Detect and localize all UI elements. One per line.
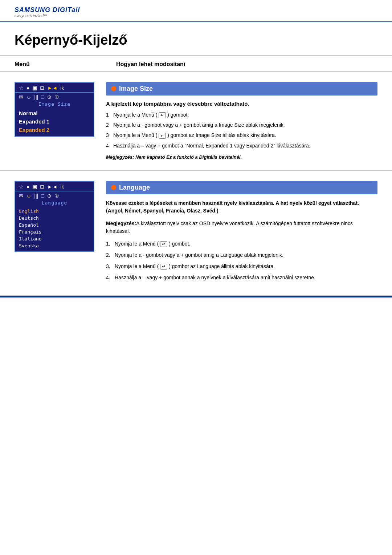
osd-icon-contrast: ● — [26, 85, 29, 91]
image-size-bold-title: A kijelzett kép tompábbra vagy élesebbre… — [106, 101, 377, 107]
step-num: 2. — [106, 251, 110, 259]
logo-text: SAMSUNG DIGITall — [15, 7, 377, 14]
osd-language-label: Language — [15, 199, 94, 208]
osd-lang-francais: Français — [15, 228, 94, 235]
footer-bar — [0, 296, 392, 297]
osd-icon-info: ik — [60, 184, 64, 190]
samsung-logo: SAMSUNG DIGITall everyone's invited™ — [15, 7, 377, 18]
language-header-bar: Language — [106, 181, 377, 194]
language-osd-box: ☆ ● ▣ ⊟ ►◄ ik ✉ ☺ ||| □ ⊙ ① Language Eng… — [15, 181, 94, 252]
image-size-note: Megjegyzés: Nem kapható Ez a funkció a D… — [106, 154, 377, 160]
step-num: 3. — [106, 263, 110, 270]
osd-icon-position: ⊟ — [40, 85, 44, 91]
step-item: 1 Nyomja le a Menű ( ↵ ) gombot. — [106, 111, 377, 118]
lang-step-item: 2. Nyomja le a - gombot vagy a + gombot … — [106, 251, 377, 259]
step-num: 1 — [106, 111, 109, 118]
osd-icon-image: ▣ — [32, 85, 37, 91]
osd-icon-contrast: ● — [26, 184, 29, 190]
osd-lang-deutsch: Deutsch — [15, 215, 94, 222]
osd-icon-square: □ — [41, 94, 44, 100]
osd-icon-brightness: ☆ — [19, 184, 24, 190]
osd-icon-square: □ — [41, 193, 44, 199]
col-how-label: Hogyan lehet modositani — [116, 61, 185, 68]
step-num: 2 — [106, 121, 109, 129]
osd-icon-color: ☺ — [26, 193, 31, 199]
image-size-osd-box: ☆ ● ▣ ⊟ ►◄ ik ✉ ☺ ||| □ ⊙ ① Image Size N… — [15, 82, 94, 137]
column-headers: Menű Hogyan lehet modositani — [0, 56, 392, 72]
lang-step-item: 4. Használja a – vagy + gombot annak a n… — [106, 274, 377, 281]
osd-icon-brightness: ☆ — [19, 85, 24, 91]
logo-tagline: everyone's invited™ — [15, 14, 377, 18]
osd-icon-bars: ||| — [34, 193, 38, 199]
lang-step-item: 1. Nyomja le a Menű ( ↵ ) gombot. — [106, 240, 377, 248]
osd-item-normal: Normal — [15, 109, 94, 117]
page-header: SAMSUNG DIGITall everyone's invited™ — [0, 0, 392, 22]
osd-lang-english: English — [15, 208, 94, 215]
bullet-icon — [111, 185, 116, 190]
step-num: 4. — [106, 274, 110, 281]
osd-icon-size: ►◄ — [47, 85, 57, 91]
page-title: Képernyő-Kijelző — [15, 32, 377, 48]
osd-icon-position: ⊟ — [40, 184, 44, 190]
osd-icon-num: ① — [54, 193, 59, 199]
osd-icon-info: ik — [60, 85, 64, 91]
osd-icon-circle: ⊙ — [47, 94, 52, 100]
osd-icon-color: ☺ — [26, 94, 31, 100]
osd-icons-row1: ☆ ● ▣ ⊟ ►◄ ik — [15, 83, 94, 93]
image-size-right-content: Image Size A kijelzett kép tompábbra vag… — [106, 82, 377, 160]
osd-lang-icons-row1: ☆ ● ▣ ⊟ ►◄ ik — [15, 182, 94, 191]
osd-icon-circle: ⊙ — [47, 193, 52, 199]
osd-lang-italiano: Italiano — [15, 235, 94, 242]
step-item: 3 Nyomja le a Menű ( ↵ ) gombot az Image… — [106, 131, 377, 139]
step-num: 3 — [106, 131, 109, 139]
image-size-steps: 1 Nyomja le a Menű ( ↵ ) gombot. 2 Nyomj… — [106, 111, 377, 149]
enter-symbol: ↵ — [160, 241, 167, 247]
language-section: ☆ ● ▣ ⊟ ►◄ ik ✉ ☺ ||| □ ⊙ ① Language Eng… — [0, 171, 392, 296]
language-note-para: Megjegyzés:A kiválasztott nyelv csak az … — [106, 220, 377, 235]
language-right-content: Language Kövesse ezeket a lépéseket a me… — [106, 181, 377, 285]
col-menu-label: Menű — [15, 61, 116, 68]
language-bold-para: Kövesse ezeket a lépéseket a menüben has… — [106, 199, 377, 215]
step-num: 1. — [106, 240, 110, 248]
osd-icon-image: ▣ — [32, 184, 37, 190]
osd-icon-size: ►◄ — [47, 184, 57, 190]
language-header-label: Language — [119, 184, 150, 191]
step-item: 4 Használja a – vagy + gombot a "Normal,… — [106, 142, 377, 149]
image-size-header-bar: Image Size — [106, 82, 377, 96]
enter-symbol: ↵ — [159, 112, 166, 118]
step-item: 2 Nyomja le a - gombot vagy a + gombot a… — [106, 121, 377, 129]
bullet-icon — [111, 86, 116, 91]
osd-lang-espanol: Español — [15, 222, 94, 228]
step-num: 4 — [106, 142, 109, 149]
osd-icons-row2: ✉ ☺ ||| □ ⊙ ① — [15, 93, 94, 101]
osd-item-expanded1: Expanded 1 — [15, 117, 94, 126]
osd-icon-mail: ✉ — [19, 193, 23, 199]
image-size-section: ☆ ● ▣ ⊟ ►◄ ik ✉ ☺ ||| □ ⊙ ① Image Size N… — [0, 72, 392, 171]
osd-icon-bars: ||| — [34, 94, 38, 100]
osd-icon-num: ① — [54, 94, 59, 100]
lang-step-item: 3. Nyomja le a Menű ( ↵ ) gombot az Lang… — [106, 263, 377, 270]
enter-symbol: ↵ — [160, 264, 167, 270]
language-steps: 1. Nyomja le a Menű ( ↵ ) gombot. 2. Nyo… — [106, 240, 377, 281]
page-title-section: Képernyő-Kijelző — [0, 22, 392, 56]
osd-lang-icons-row2: ✉ ☺ ||| □ ⊙ ① — [15, 191, 94, 199]
osd-item-expanded2: Expanded 2 — [15, 126, 94, 134]
osd-lang-svenska: Svenska — [15, 242, 94, 249]
enter-symbol: ↵ — [159, 133, 166, 139]
language-note-text: A kiválasztott nyelv csak az OSD nyelvre… — [106, 220, 353, 234]
osd-icon-mail: ✉ — [19, 94, 23, 100]
osd-image-size-label: Image Size — [15, 101, 94, 109]
image-size-header-label: Image Size — [119, 85, 153, 93]
